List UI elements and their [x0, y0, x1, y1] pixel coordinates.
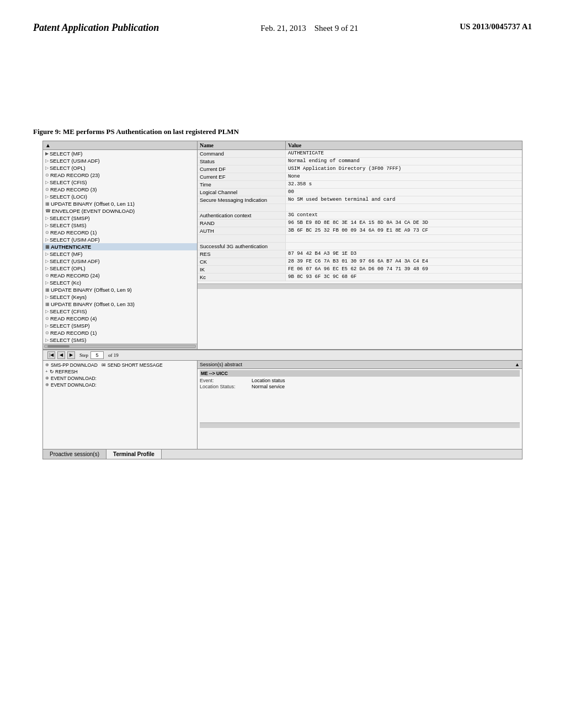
list-item[interactable]: ⊙READ RECORD (24) — [43, 272, 197, 279]
step-input[interactable] — [90, 351, 104, 359]
list-icon: ▷ — [45, 194, 49, 199]
list-icon: ⊙ — [45, 187, 49, 192]
list-icon: ▦ — [45, 287, 50, 292]
list-item[interactable]: ▶SELECT (MF) — [43, 150, 197, 157]
event-label: Event: — [200, 378, 249, 383]
table-row: Current EFNone — [198, 173, 522, 181]
table-row: AUTH3B 6F BC 25 32 FB 00 09 34 6A 09 E1 … — [198, 227, 522, 235]
col-name-header: Name — [198, 141, 286, 149]
table-row: Time32.358 s — [198, 181, 522, 189]
right-panel-header: Name Value — [198, 141, 522, 150]
bottom-right-scrollbar[interactable] — [200, 422, 520, 428]
top-panel: ▲ ▶SELECT (MF) ▷SELECT (USIM ADF) ▷SELEC… — [43, 141, 522, 350]
publication-title: Patent Application Publication — [33, 22, 159, 34]
sheet-info: Sheet 9 of 21 — [315, 24, 359, 33]
list-item[interactable]: ▷SELECT (SMS) — [43, 222, 197, 229]
table-row — [198, 235, 522, 243]
list-icon: ▶ — [45, 151, 49, 156]
patent-number: US 2013/0045737 A1 — [460, 22, 532, 31]
header-center: Feb. 21, 2013 Sheet 9 of 21 — [260, 22, 358, 35]
list-icon: ⊙ — [45, 173, 49, 178]
list-icon: ▷ — [45, 223, 49, 228]
bottom-right-header: Session(s) abstract ▲ — [198, 361, 522, 369]
table-row: StatusNormal ending of command — [198, 158, 522, 165]
list-item[interactable]: ▦UPDATE BINARY (Offset 0, Len 9) — [43, 286, 197, 293]
bottom-left-item[interactable]: ⊕ SMS-PP DOWNLOAD ✉ SEND SHORT MESSAGE — [43, 362, 197, 368]
list-item[interactable]: ⊙READ RECORD (1) — [43, 229, 197, 236]
list-item[interactable]: ▷SELECT (OPL) — [43, 164, 197, 172]
nav-first-button[interactable]: |◀ — [47, 351, 55, 359]
plus-icon: ⊕ — [45, 376, 49, 381]
session-row: Location Status: Normal service — [200, 384, 520, 389]
send-short-message-icon: ✉ — [102, 362, 106, 368]
list-icon: ▦ — [45, 244, 50, 249]
bottom-right-content: ME --> UICC Event: Location status Locat… — [198, 369, 522, 429]
table-row: CommandAUTHENTICATE — [198, 150, 522, 158]
list-item[interactable]: ▷SELECT (CFIS) — [43, 308, 197, 315]
diagram-container: ▲ ▶SELECT (MF) ▷SELECT (USIM ADF) ▷SELEC… — [42, 141, 523, 459]
nav-bar: |◀ ◀ ▶ Step of 19 — [43, 350, 522, 361]
list-item[interactable]: ☎ENVELOPE (EVENT DOWNLOAD) — [43, 207, 197, 215]
location-status-value: Normal service — [252, 384, 285, 389]
list-item[interactable]: ▷SELECT (USIM ADF) — [43, 236, 197, 243]
plus-icon: ⊕ — [45, 362, 49, 367]
figure-caption: Figure 9: ME performs PS Authentication … — [33, 127, 532, 136]
right-scrollbar[interactable] — [198, 283, 522, 289]
session-abstract-label: Session(s) abstract — [200, 362, 242, 367]
table-row: RAND96 5B E9 8D 8E 8C 3E 14 EA 15 8D 0A … — [198, 220, 522, 227]
left-panel: ▲ ▶SELECT (MF) ▷SELECT (USIM ADF) ▷SELEC… — [43, 141, 198, 349]
list-item[interactable]: ⊙READ RECORD (1) — [43, 329, 197, 336]
table-row: CK28 39 FE C6 7A B3 01 30 97 66 6A B7 A4… — [198, 258, 522, 266]
list-item[interactable]: ⊙READ RECORD (23) — [43, 172, 197, 179]
publication-date: Feb. 21, 2013 — [260, 24, 306, 33]
left-panel-header: ▲ — [43, 141, 197, 150]
bottom-left-panel: ⊕ SMS-PP DOWNLOAD ✉ SEND SHORT MESSAGE +… — [43, 361, 198, 449]
list-icon: ▷ — [45, 259, 49, 264]
list-item[interactable]: ▷SELECT (OPL) — [43, 265, 197, 272]
event-value: Location status — [252, 378, 285, 383]
nav-prev-button[interactable]: ◀ — [57, 351, 65, 359]
tab-terminal-profile[interactable]: Terminal Profile — [106, 449, 162, 459]
list-icon: ▷ — [45, 251, 49, 256]
list-item[interactable]: ▷SELECT (Kc) — [43, 279, 197, 286]
right-panel: Name Value CommandAUTHENTICATE StatusNor… — [198, 141, 522, 349]
nav-next-button[interactable]: ▶ — [67, 351, 75, 359]
list-item[interactable]: ⊙READ RECORD (4) — [43, 315, 197, 322]
left-scrollbar-track — [44, 345, 196, 348]
list-item[interactable]: ⊙READ RECORD (3) — [43, 186, 197, 193]
plus-icon: ⊕ — [45, 382, 49, 387]
list-item[interactable]: ▷SELECT (CFIS) — [43, 179, 197, 186]
session-row: Event: Location status — [200, 378, 520, 383]
list-icon: ▷ — [45, 338, 49, 342]
list-icon: ▷ — [45, 266, 49, 271]
direction-label: ME --> UICC — [200, 370, 520, 377]
list-icon: ▷ — [45, 180, 49, 185]
table-row: Secure Messaging IndicationNo SM used be… — [198, 196, 522, 204]
list-item[interactable]: ▷SELECT (SMSP) — [43, 215, 197, 222]
left-scrollbar[interactable] — [43, 344, 197, 349]
table-row — [198, 204, 522, 212]
list-icon: ⊙ — [45, 273, 49, 278]
list-icon: ▷ — [45, 216, 49, 221]
tab-proactive-sessions[interactable]: Proactive session(s) — [43, 449, 106, 459]
list-item[interactable]: ▷SELECT (USIM ADF) — [43, 157, 197, 164]
list-icon: ▷ — [45, 280, 49, 285]
list-item[interactable]: ▷SELECT (SMS) — [43, 336, 197, 344]
list-icon: ▷ — [45, 237, 49, 242]
list-item[interactable]: ▦UPDATE BINARY (Offset 0, Len 33) — [43, 301, 197, 308]
list-item[interactable]: ▷SELECT (MF) — [43, 250, 197, 258]
list-icon: ⊙ — [45, 230, 49, 235]
list-item[interactable]: ▷SELECT (LOCI) — [43, 193, 197, 200]
bottom-panel: ⊕ SMS-PP DOWNLOAD ✉ SEND SHORT MESSAGE +… — [43, 361, 522, 449]
list-item[interactable]: ▷SELECT (SMSP) — [43, 322, 197, 329]
list-item[interactable]: ▦UPDATE BINARY (Offset 0, Len 11) — [43, 200, 197, 207]
list-item highlighted[interactable]: ▦AUTHENTICATE — [43, 243, 197, 250]
bottom-left-item[interactable]: ⊕ EVENT DOWNLOAD: — [43, 375, 197, 382]
list-item[interactable]: ▷SELECT (Keys) — [43, 293, 197, 301]
bottom-left-item[interactable]: + ↻ REFRESH — [43, 368, 197, 375]
bottom-left-item[interactable]: ⊕ EVENT DOWNLOAD: — [43, 382, 197, 388]
bottom-right-panel: Session(s) abstract ▲ ME --> UICC Event:… — [198, 361, 522, 449]
list-item[interactable]: ▷SELECT (USIM ADF) — [43, 258, 197, 265]
list-icon: ▦ — [45, 302, 50, 307]
table-row: Successful 3G authentication — [198, 243, 522, 250]
